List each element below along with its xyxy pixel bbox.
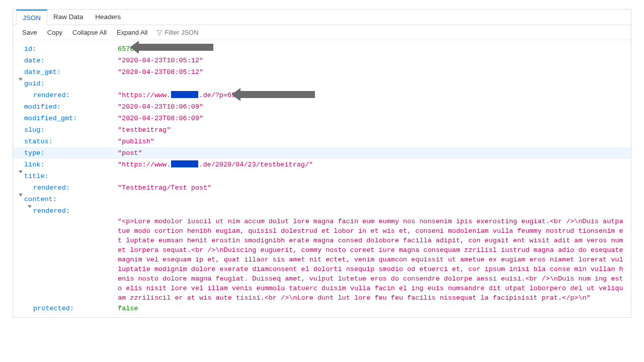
- json-key: date_gmt:: [24, 66, 61, 78]
- json-key: type:: [24, 147, 45, 159]
- filter-icon: [156, 30, 163, 36]
- json-key: protected:: [33, 303, 74, 314]
- json-key: content:: [24, 194, 57, 205]
- expand-all-button[interactable]: Expand All: [113, 28, 151, 37]
- json-row-title-rendered: rendered: "Testbeitrag/Test post": [13, 182, 631, 194]
- copy-button[interactable]: Copy: [43, 28, 66, 37]
- json-value-string: "Testbeitrag/Test post": [118, 184, 211, 192]
- json-row-protected: protected: false: [13, 303, 631, 314]
- json-value-string: "2020-04-23T10:05:12": [118, 57, 203, 64]
- filter-wrapper: [156, 29, 235, 36]
- json-value-string: "post": [118, 149, 142, 157]
- filter-input[interactable]: [165, 29, 235, 36]
- json-key: id:: [24, 43, 36, 55]
- twisty-icon[interactable]: [17, 194, 24, 197]
- redacted-domain: [171, 91, 198, 98]
- json-value-string: "2020-04-23T08:06:09": [118, 115, 203, 122]
- json-row-link: link: "https://www..de/2020/04/23/testbe…: [13, 159, 631, 170]
- json-row-date-gmt: date_gmt: "2020-04-23T08:05:12": [13, 66, 631, 78]
- tab-json[interactable]: JSON: [16, 10, 47, 25]
- json-key: modified_gmt:: [24, 113, 77, 124]
- json-key: title:: [24, 170, 49, 182]
- json-key: rendered:: [33, 89, 70, 101]
- json-row-modified: modified: "2020-04-23T10:06:09": [13, 101, 631, 113]
- view-tabs: JSON Raw Data Headers: [13, 10, 631, 25]
- json-row-id: id: 6576: [13, 43, 631, 55]
- json-key: link:: [24, 159, 45, 170]
- tab-headers[interactable]: Headers: [89, 10, 127, 25]
- json-key: guid:: [24, 78, 45, 89]
- json-tree: id: 6576 date: "2020-04-23T10:05:12" dat…: [13, 40, 631, 317]
- json-value-string: "testbeitrag": [118, 126, 171, 134]
- json-key: modified:: [24, 101, 61, 113]
- json-key: slug:: [24, 124, 45, 136]
- json-row-status: status: "publish": [13, 136, 631, 147]
- twisty-icon[interactable]: [17, 170, 24, 173]
- json-value-string: "https://www..de/?p=6576": [118, 92, 248, 99]
- json-row-slug: slug: "testbeitrag": [13, 124, 631, 136]
- json-value-string: "https://www..de/2020/04/23/testbeitrag/…: [118, 161, 313, 168]
- json-row-content[interactable]: content:: [13, 194, 631, 205]
- json-value-boolean: false: [118, 305, 138, 312]
- json-value-string: "publish": [118, 138, 154, 145]
- json-value-string: "<p>Lore modolor iuscil ut nim accum dol…: [118, 217, 626, 303]
- json-row-date: date: "2020-04-23T10:05:12": [13, 55, 631, 66]
- json-row-type: type: "post": [13, 147, 631, 159]
- twisty-icon[interactable]: [17, 78, 24, 81]
- json-row-content-rendered[interactable]: rendered:: [13, 205, 631, 217]
- json-key: date:: [24, 55, 45, 66]
- json-row-content-rendered-value: "<p>Lore modolor iuscil ut nim accum dol…: [13, 217, 631, 303]
- twisty-icon[interactable]: [26, 205, 33, 208]
- json-value-string: "2020-04-23T10:06:09": [118, 103, 203, 111]
- json-row-title[interactable]: title:: [13, 170, 631, 182]
- json-value-string: "2020-04-23T08:05:12": [118, 68, 203, 76]
- json-key: rendered:: [33, 205, 70, 217]
- json-row-guid[interactable]: guid:: [13, 78, 631, 89]
- json-row-modified-gmt: modified_gmt: "2020-04-23T08:06:09": [13, 113, 631, 124]
- collapse-all-button[interactable]: Collapse All: [68, 28, 111, 37]
- json-row-guid-rendered: rendered: "https://www..de/?p=6576": [13, 89, 631, 101]
- tab-raw-data[interactable]: Raw Data: [47, 10, 89, 25]
- annotation-arrow-guid: [239, 91, 315, 98]
- json-toolbar: Save Copy Collapse All Expand All: [13, 25, 631, 40]
- json-key: status:: [24, 136, 53, 147]
- json-viewer-panel: JSON Raw Data Headers Save Copy Collapse…: [13, 9, 631, 318]
- annotation-arrow-id: [138, 44, 213, 51]
- save-button[interactable]: Save: [18, 28, 41, 37]
- redacted-domain: [171, 160, 198, 167]
- json-key: rendered:: [33, 182, 70, 194]
